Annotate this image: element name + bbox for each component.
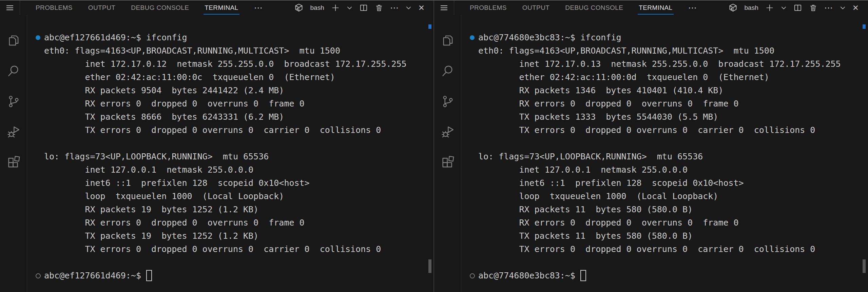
terminal-line: lo: flags=73<UP,LOOPBACK,RUNNING> mtu 65…	[478, 150, 868, 163]
terminal-output: eth0: flags=4163<UP,BROADCAST,RUNNING,MU…	[478, 44, 868, 269]
terminal-command-line: abc@774680e3bc83:~$ ifconfig	[478, 31, 868, 44]
scrollbar-command-mark	[863, 24, 866, 29]
prompt-decoration-circle[interactable]	[470, 273, 475, 278]
extensions-icon[interactable]	[441, 155, 455, 170]
tab-debug-console[interactable]: DEBUG CONSOLE	[131, 4, 189, 12]
terminal-line: TX packets 8666 bytes 6243331 (6.2 MB)	[44, 110, 434, 123]
tab-problems[interactable]: PROBLEMS	[470, 4, 507, 12]
shell-label[interactable]: bash	[745, 4, 758, 12]
terminal-line: RX errors 0 dropped 0 overruns 0 frame 0	[44, 97, 434, 110]
terminal[interactable]: abc@774680e3bc83:~$ ifconfig eth0: flags…	[461, 15, 868, 292]
panel-title-bar: PROBLEMS OUTPUT DEBUG CONSOLE TERMINAL ⋯…	[0, 1, 434, 15]
terminal-line: inet6 ::1 prefixlen 128 scopeid 0x10<hos…	[478, 176, 868, 190]
application-menu-button[interactable]	[434, 1, 454, 15]
bash-profile-icon	[728, 3, 738, 13]
terminal-line: TX packets 19 bytes 1252 (1.2 KB)	[44, 229, 434, 242]
terminal-line	[478, 256, 868, 269]
source-control-icon[interactable]	[6, 94, 21, 109]
terminal-line: eth0: flags=4163<UP,BROADCAST,RUNNING,MU…	[478, 44, 868, 57]
terminal-actions: bash ⋯ ✕	[728, 1, 859, 15]
terminal-line: RX packets 11 bytes 580 (580.0 B)	[478, 203, 868, 216]
terminal-line: RX errors 0 dropped 0 overruns 0 frame 0	[478, 97, 868, 110]
scrollbar-thumb[interactable]	[428, 259, 431, 273]
menu-icon	[440, 3, 448, 12]
tab-output[interactable]: OUTPUT	[522, 4, 550, 12]
tab-output[interactable]: OUTPUT	[88, 4, 116, 12]
chevron-down-icon[interactable]	[781, 5, 787, 11]
panel-tabs: PROBLEMS OUTPUT DEBUG CONSOLE TERMINAL ⋯	[36, 3, 263, 12]
terminal-line: lo: flags=73<UP,LOOPBACK,RUNNING> mtu 65…	[44, 150, 434, 163]
maximize-panel-chevron-icon[interactable]	[840, 5, 846, 11]
terminal-command-line: abc@ef127661d469:~$ ifconfig	[44, 31, 434, 44]
terminal-line	[44, 256, 434, 269]
run-and-debug-icon[interactable]	[6, 125, 21, 139]
terminal-line	[44, 137, 434, 150]
terminal-line: inet 172.17.0.12 netmask 255.255.0.0 bro…	[44, 57, 434, 71]
explorer-icon[interactable]	[441, 33, 455, 47]
more-actions-icon[interactable]: ⋯	[824, 3, 833, 12]
terminal-line: TX errors 0 dropped 0 overruns 0 carrier…	[44, 242, 434, 256]
explorer-icon[interactable]	[6, 33, 21, 47]
scrollbar-thumb[interactable]	[863, 259, 866, 273]
more-actions-icon[interactable]: ⋯	[390, 3, 399, 12]
scrollbar-command-mark	[428, 24, 431, 29]
close-panel-icon[interactable]: ✕	[852, 4, 859, 12]
terminal-line: RX packets 1346 bytes 410401 (410.4 KB)	[478, 84, 868, 97]
activity-bar	[0, 15, 27, 292]
command-decoration-dot[interactable]	[470, 35, 475, 40]
command-decoration-dot[interactable]	[36, 35, 40, 40]
terminal-line: inet 127.0.0.1 netmask 255.0.0.0	[478, 163, 868, 176]
source-control-icon[interactable]	[441, 94, 455, 109]
new-terminal-icon[interactable]	[331, 3, 340, 12]
kill-terminal-trash-icon[interactable]	[375, 4, 383, 12]
terminal-actions: bash ⋯ ✕	[294, 1, 425, 15]
terminal-line: eth0: flags=4163<UP,BROADCAST,RUNNING,MU…	[44, 44, 434, 57]
extensions-icon[interactable]	[6, 155, 21, 170]
activity-bar	[434, 15, 461, 292]
terminal-line: TX errors 0 dropped 0 overruns 0 carrier…	[478, 123, 868, 137]
terminal-cursor	[580, 270, 586, 281]
terminal-line: loop txqueuelen 1000 (Local Loopback)	[478, 190, 868, 203]
terminal-line: RX packets 9504 bytes 2441422 (2.4 MB)	[44, 84, 434, 97]
kill-terminal-trash-icon[interactable]	[809, 4, 817, 12]
terminal-line: loop txqueuelen 1000 (Local Loopback)	[44, 190, 434, 203]
application-menu-button[interactable]	[0, 1, 20, 15]
terminal-line: inet6 ::1 prefixlen 128 scopeid 0x10<hos…	[44, 176, 434, 190]
search-icon[interactable]	[441, 64, 455, 78]
terminal-line: ether 02:42:ac:11:00:0c txqueuelen 0 (Et…	[44, 71, 434, 84]
prompt-decoration-circle[interactable]	[36, 273, 41, 278]
close-panel-icon[interactable]: ✕	[418, 4, 425, 12]
tab-overflow-icon[interactable]: ⋯	[254, 3, 263, 12]
tab-debug-console[interactable]: DEBUG CONSOLE	[565, 4, 623, 12]
split-terminal-icon[interactable]	[793, 3, 802, 12]
terminal-line: TX packets 1333 bytes 5544030 (5.5 MB)	[478, 110, 868, 123]
terminal-line: RX errors 0 dropped 0 overruns 0 frame 0	[478, 216, 868, 229]
terminal-line: inet 127.0.0.1 netmask 255.0.0.0	[44, 163, 434, 176]
tab-overflow-icon[interactable]: ⋯	[688, 3, 697, 12]
terminal-cursor	[146, 270, 152, 281]
vscode-window-left: PROBLEMS OUTPUT DEBUG CONSOLE TERMINAL ⋯…	[0, 1, 434, 292]
tab-problems[interactable]: PROBLEMS	[36, 4, 73, 12]
tab-terminal[interactable]: TERMINAL	[205, 4, 238, 12]
maximize-panel-chevron-icon[interactable]	[406, 5, 411, 11]
terminal-line: inet 172.17.0.13 netmask 255.255.0.0 bro…	[478, 57, 868, 71]
terminal-output: eth0: flags=4163<UP,BROADCAST,RUNNING,MU…	[44, 44, 434, 269]
search-icon[interactable]	[6, 64, 21, 78]
run-and-debug-icon[interactable]	[441, 125, 455, 139]
terminal-line: TX packets 11 bytes 580 (580.0 B)	[478, 229, 868, 242]
window-top-border	[0, 0, 868, 1]
vscode-window-right: PROBLEMS OUTPUT DEBUG CONSOLE TERMINAL ⋯…	[433, 1, 868, 292]
menu-icon	[5, 3, 14, 12]
shell-label[interactable]: bash	[310, 4, 324, 12]
terminal-prompt-line: abc@ef127661d469:~$	[44, 269, 434, 282]
terminal[interactable]: abc@ef127661d469:~$ ifconfig eth0: flags…	[27, 15, 434, 292]
new-terminal-icon[interactable]	[765, 3, 774, 12]
terminal-line: RX errors 0 dropped 0 overruns 0 frame 0	[44, 216, 434, 229]
split-terminal-icon[interactable]	[359, 3, 368, 12]
panel-tabs: PROBLEMS OUTPUT DEBUG CONSOLE TERMINAL ⋯	[470, 3, 697, 12]
terminal-line: ether 02:42:ac:11:00:0d txqueuelen 0 (Et…	[478, 71, 868, 84]
terminal-line: RX packets 19 bytes 1252 (1.2 KB)	[44, 203, 434, 216]
tab-terminal[interactable]: TERMINAL	[639, 4, 672, 12]
bash-profile-icon	[294, 3, 304, 13]
chevron-down-icon[interactable]	[347, 5, 352, 11]
